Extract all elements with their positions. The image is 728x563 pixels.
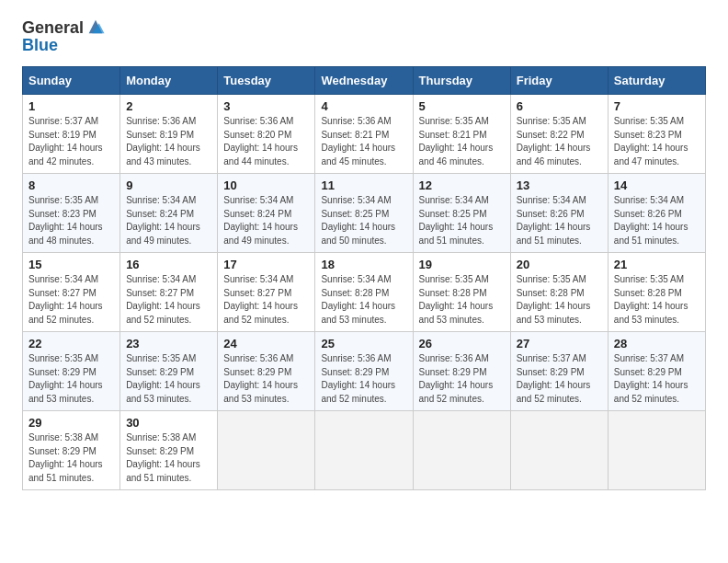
table-row: 27Sunrise: 5:37 AMSunset: 8:29 PMDayligh…: [510, 332, 608, 411]
day-number: 22: [28, 337, 114, 350]
table-row: 3Sunrise: 5:36 AMSunset: 8:20 PMDaylight…: [218, 95, 315, 174]
logo-general-text: General: [22, 19, 84, 36]
table-row: [218, 411, 315, 490]
day-number: 15: [28, 258, 114, 271]
day-number: 25: [321, 337, 406, 350]
day-number: 12: [419, 178, 505, 192]
day-number: 20: [517, 258, 602, 271]
day-info: Sunrise: 5:34 AMSunset: 8:27 PMDaylight:…: [223, 273, 309, 327]
table-row: 23Sunrise: 5:35 AMSunset: 8:29 PMDayligh…: [120, 332, 218, 411]
calendar-week-row: 1Sunrise: 5:37 AMSunset: 8:19 PMDaylight…: [23, 95, 706, 174]
day-info: Sunrise: 5:36 AMSunset: 8:29 PMDaylight:…: [223, 352, 309, 406]
page: General Blue Sunday Monday Tuesday Wedne…: [0, 0, 728, 563]
table-row: 11Sunrise: 5:34 AMSunset: 8:25 PMDayligh…: [315, 174, 413, 253]
day-info: Sunrise: 5:37 AMSunset: 8:29 PMDaylight:…: [517, 352, 602, 406]
day-number: 24: [223, 337, 309, 350]
calendar-week-row: 29Sunrise: 5:38 AMSunset: 8:29 PMDayligh…: [23, 411, 706, 490]
col-tuesday: Tuesday: [218, 67, 315, 95]
table-row: 12Sunrise: 5:34 AMSunset: 8:25 PMDayligh…: [413, 174, 510, 253]
day-number: 28: [614, 337, 700, 350]
day-number: 3: [223, 99, 309, 113]
day-number: 27: [517, 337, 602, 350]
day-info: Sunrise: 5:36 AMSunset: 8:20 PMDaylight:…: [223, 115, 309, 168]
day-info: Sunrise: 5:35 AMSunset: 8:23 PMDaylight:…: [614, 115, 700, 168]
col-thursday: Thursday: [413, 67, 510, 95]
table-row: 5Sunrise: 5:35 AMSunset: 8:21 PMDaylight…: [413, 95, 510, 174]
table-row: 26Sunrise: 5:36 AMSunset: 8:29 PMDayligh…: [413, 332, 510, 411]
calendar-header-row: Sunday Monday Tuesday Wednesday Thursday…: [23, 67, 706, 95]
day-number: 10: [223, 178, 309, 192]
day-info: Sunrise: 5:35 AMSunset: 8:28 PMDaylight:…: [614, 273, 700, 327]
col-wednesday: Wednesday: [315, 67, 413, 95]
table-row: 1Sunrise: 5:37 AMSunset: 8:19 PMDaylight…: [23, 95, 120, 174]
calendar-week-row: 15Sunrise: 5:34 AMSunset: 8:27 PMDayligh…: [23, 253, 706, 332]
day-number: 14: [614, 178, 700, 192]
logo: General Blue: [22, 18, 106, 53]
day-number: 16: [126, 258, 211, 271]
day-info: Sunrise: 5:36 AMSunset: 8:29 PMDaylight:…: [419, 352, 505, 406]
day-number: 13: [517, 178, 602, 192]
day-number: 21: [614, 258, 700, 271]
day-number: 19: [419, 258, 505, 271]
day-info: Sunrise: 5:35 AMSunset: 8:28 PMDaylight:…: [419, 273, 505, 327]
day-number: 17: [223, 258, 309, 271]
day-info: Sunrise: 5:35 AMSunset: 8:28 PMDaylight:…: [517, 273, 602, 327]
day-info: Sunrise: 5:35 AMSunset: 8:29 PMDaylight:…: [126, 352, 211, 406]
day-number: 1: [28, 99, 114, 113]
day-number: 11: [321, 178, 406, 192]
table-row: 13Sunrise: 5:34 AMSunset: 8:26 PMDayligh…: [510, 174, 608, 253]
day-number: 7: [614, 99, 700, 113]
day-info: Sunrise: 5:35 AMSunset: 8:22 PMDaylight:…: [517, 115, 602, 168]
calendar-table: Sunday Monday Tuesday Wednesday Thursday…: [22, 66, 706, 490]
table-row: 29Sunrise: 5:38 AMSunset: 8:29 PMDayligh…: [23, 411, 120, 490]
day-info: Sunrise: 5:35 AMSunset: 8:23 PMDaylight:…: [28, 194, 114, 247]
day-number: 9: [126, 178, 211, 192]
table-row: 25Sunrise: 5:36 AMSunset: 8:29 PMDayligh…: [315, 332, 413, 411]
table-row: 7Sunrise: 5:35 AMSunset: 8:23 PMDaylight…: [608, 95, 705, 174]
day-info: Sunrise: 5:38 AMSunset: 8:29 PMDaylight:…: [28, 431, 114, 485]
day-number: 4: [321, 99, 406, 113]
day-number: 29: [28, 416, 114, 430]
day-info: Sunrise: 5:37 AMSunset: 8:19 PMDaylight:…: [28, 115, 114, 168]
day-info: Sunrise: 5:34 AMSunset: 8:26 PMDaylight:…: [614, 194, 700, 247]
table-row: 20Sunrise: 5:35 AMSunset: 8:28 PMDayligh…: [510, 253, 608, 332]
col-friday: Friday: [510, 67, 608, 95]
table-row: 2Sunrise: 5:36 AMSunset: 8:19 PMDaylight…: [120, 95, 218, 174]
day-info: Sunrise: 5:36 AMSunset: 8:29 PMDaylight:…: [321, 352, 406, 406]
table-row: 17Sunrise: 5:34 AMSunset: 8:27 PMDayligh…: [218, 253, 315, 332]
table-row: 16Sunrise: 5:34 AMSunset: 8:27 PMDayligh…: [120, 253, 218, 332]
day-info: Sunrise: 5:37 AMSunset: 8:29 PMDaylight:…: [614, 352, 700, 406]
day-info: Sunrise: 5:34 AMSunset: 8:27 PMDaylight:…: [126, 273, 211, 327]
col-sunday: Sunday: [23, 67, 120, 95]
col-monday: Monday: [120, 67, 218, 95]
table-row: 18Sunrise: 5:34 AMSunset: 8:28 PMDayligh…: [315, 253, 413, 332]
logo-icon: [85, 17, 106, 37]
calendar-week-row: 22Sunrise: 5:35 AMSunset: 8:29 PMDayligh…: [23, 332, 706, 411]
table-row: 24Sunrise: 5:36 AMSunset: 8:29 PMDayligh…: [218, 332, 315, 411]
header: General Blue: [22, 18, 706, 53]
day-info: Sunrise: 5:34 AMSunset: 8:25 PMDaylight:…: [419, 194, 505, 247]
calendar-week-row: 8Sunrise: 5:35 AMSunset: 8:23 PMDaylight…: [23, 174, 706, 253]
table-row: [510, 411, 608, 490]
day-info: Sunrise: 5:34 AMSunset: 8:27 PMDaylight:…: [28, 273, 114, 327]
day-info: Sunrise: 5:34 AMSunset: 8:25 PMDaylight:…: [321, 194, 406, 247]
table-row: 9Sunrise: 5:34 AMSunset: 8:24 PMDaylight…: [120, 174, 218, 253]
table-row: 22Sunrise: 5:35 AMSunset: 8:29 PMDayligh…: [23, 332, 120, 411]
day-info: Sunrise: 5:35 AMSunset: 8:29 PMDaylight:…: [28, 352, 114, 406]
day-info: Sunrise: 5:36 AMSunset: 8:19 PMDaylight:…: [126, 115, 211, 168]
day-number: 6: [517, 99, 602, 113]
table-row: 21Sunrise: 5:35 AMSunset: 8:28 PMDayligh…: [608, 253, 705, 332]
day-number: 8: [28, 178, 114, 192]
table-row: [315, 411, 413, 490]
table-row: 8Sunrise: 5:35 AMSunset: 8:23 PMDaylight…: [23, 174, 120, 253]
day-number: 2: [126, 99, 211, 113]
day-info: Sunrise: 5:34 AMSunset: 8:26 PMDaylight:…: [517, 194, 602, 247]
table-row: 6Sunrise: 5:35 AMSunset: 8:22 PMDaylight…: [510, 95, 608, 174]
table-row: [608, 411, 705, 490]
day-info: Sunrise: 5:36 AMSunset: 8:21 PMDaylight:…: [321, 115, 406, 168]
logo-blue-text: Blue: [22, 37, 106, 53]
day-info: Sunrise: 5:38 AMSunset: 8:29 PMDaylight:…: [126, 431, 211, 485]
day-number: 23: [126, 337, 211, 350]
day-info: Sunrise: 5:35 AMSunset: 8:21 PMDaylight:…: [419, 115, 505, 168]
day-number: 5: [419, 99, 505, 113]
